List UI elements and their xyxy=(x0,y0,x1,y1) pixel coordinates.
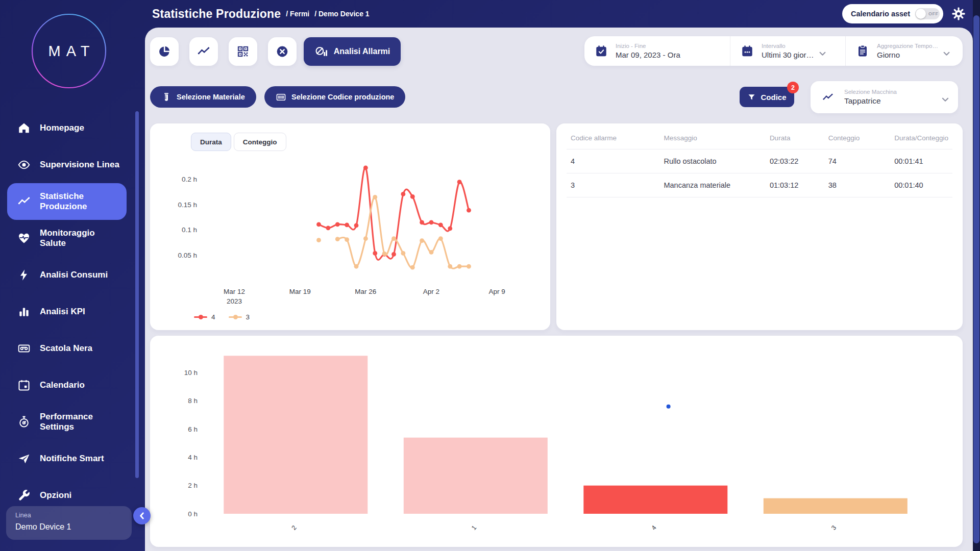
control-aggregazione-tempo[interactable]: Aggregazione Tempo…Giorno xyxy=(845,36,963,66)
breadcrumb-device: / Demo Device 1 xyxy=(314,10,369,18)
date-controls-card: Inizio - FineMar 09, 2023 - OraIntervall… xyxy=(584,36,963,66)
alarm-table: Codice allarmeMessaggioDurataConteggioDu… xyxy=(567,123,952,197)
table-cell: 3 xyxy=(567,173,659,197)
pie-chart-button[interactable] xyxy=(150,37,179,66)
column-header[interactable]: Conteggio xyxy=(824,123,891,149)
calendar-asset-toggle-pill[interactable]: Calendario asset OFF xyxy=(842,4,943,23)
tab-conteggio[interactable]: Conteggio xyxy=(234,133,286,151)
home-icon xyxy=(17,121,31,135)
column-header[interactable]: Durata xyxy=(766,123,824,149)
column-header[interactable]: Messaggio xyxy=(659,123,765,149)
material-selection-label: Selezione Materiale xyxy=(177,93,245,101)
sidebar-item-label: Supervisione Linea xyxy=(40,160,119,170)
trend-line-icon xyxy=(17,195,31,208)
sidebar-item-supervisione-linea[interactable]: Supervisione Linea xyxy=(0,146,138,183)
sidebar-item-performance-settings[interactable]: Performance Settings xyxy=(0,404,138,440)
bar-code-4[interactable] xyxy=(583,486,727,514)
table-cell: 00:01:41 xyxy=(890,149,952,173)
line-device-name: Demo Device 1 xyxy=(15,522,122,532)
column-header[interactable]: Codice allarme xyxy=(567,123,659,149)
legend-swatch xyxy=(229,316,242,318)
production-code-selection-button[interactable]: Selezione Codice produzione xyxy=(264,86,405,108)
machine-select[interactable]: Selezione Macchina Tappatrice xyxy=(811,81,958,113)
alarm-trend-line-chart[interactable]: 0.05 h0.1 h0.15 h0.2 hMar 122023Mar 19Ma… xyxy=(150,151,538,310)
control-inizio-fine[interactable]: Inizio - FineMar 09, 2023 - Ora xyxy=(584,36,730,66)
filter-funnel-icon xyxy=(747,93,756,102)
cassette-icon xyxy=(17,342,31,355)
legend-label: 3 xyxy=(246,313,250,321)
machine-select-label: Selezione Macchina xyxy=(844,89,942,95)
tab-durata[interactable]: Durata xyxy=(191,133,231,151)
material-selection-button[interactable]: Selezione Materiale xyxy=(150,86,256,108)
stray-data-point xyxy=(667,405,671,409)
trend-line-icon xyxy=(197,45,210,58)
settings-gear-button[interactable] xyxy=(951,7,966,21)
sidebar-item-scatola-nera[interactable]: Scatola Nera xyxy=(0,330,138,367)
trend-line-button[interactable] xyxy=(189,37,218,66)
svg-text:6 h: 6 h xyxy=(188,425,198,433)
app-screen: MAT HomepageSupervisione LineaStatistich… xyxy=(0,0,980,551)
qr-code-icon xyxy=(236,45,250,58)
bar-code-2[interactable] xyxy=(224,356,368,514)
bar-code-3[interactable] xyxy=(764,498,908,514)
alarm-analysis-button[interactable]: Analisi Allarmi xyxy=(304,37,401,66)
page-title: Statistiche Produzione xyxy=(152,7,281,21)
svg-text:2: 2 xyxy=(290,524,298,531)
chevron-down-icon xyxy=(819,49,826,54)
machine-trend-icon xyxy=(822,92,834,103)
svg-text:8 h: 8 h xyxy=(188,397,198,405)
alarm-duration-bar-chart[interactable]: 0 h2 h4 h6 h8 h10 h2143 xyxy=(157,338,953,542)
bolt-icon xyxy=(17,268,31,282)
sidebar-nav: HomepageSupervisione LineaStatistiche Pr… xyxy=(0,110,138,514)
alarm-trend-card: Durata Conteggio 0.05 h0.1 h0.15 h0.2 hM… xyxy=(150,123,550,330)
code-filter-button[interactable]: Codice 2 xyxy=(740,87,794,107)
sidebar-item-calendario[interactable]: Calendario xyxy=(0,367,138,404)
sidebar-item-label: Calendario xyxy=(40,380,85,390)
control-label: Aggregazione Tempo… xyxy=(877,43,938,49)
table-row[interactable]: 3Mancanza materiale01:03:123800:01:40 xyxy=(567,173,952,197)
sidebar-item-homepage[interactable]: Homepage xyxy=(0,110,138,146)
x-circle-button[interactable] xyxy=(268,37,297,66)
sidebar-item-label: Notifiche Smart xyxy=(40,454,104,464)
sidebar-item-analisi-kpi[interactable]: Analisi KPI xyxy=(0,293,138,330)
breadcrumb-fermi: / Fermi xyxy=(286,10,309,18)
svg-text:4 h: 4 h xyxy=(188,454,198,461)
legend-item-series-3[interactable]: 3 xyxy=(229,313,250,321)
svg-text:0.1 h: 0.1 h xyxy=(182,226,197,234)
table-cell: 00:01:40 xyxy=(890,173,952,197)
sidebar-item-monitoraggio-salute[interactable]: Monitoraggio Salute xyxy=(0,220,138,257)
bar-chart-icon xyxy=(17,305,31,318)
sidebar-item-label: Homepage xyxy=(40,123,84,133)
qr-code-button[interactable] xyxy=(229,37,257,66)
alarm-table-card: Codice allarmeMessaggioDurataConteggioDu… xyxy=(556,123,963,330)
sidebar-scrollbar[interactable] xyxy=(135,111,139,478)
header: Statistiche Produzione / Fermi / Demo De… xyxy=(138,0,973,28)
sidebar: MAT HomepageSupervisione LineaStatistich… xyxy=(0,0,138,551)
calendar-icon xyxy=(17,379,31,392)
svg-text:0.2 h: 0.2 h xyxy=(182,176,197,183)
sidebar-item-statistiche-produzione[interactable]: Statistiche Produzione xyxy=(7,183,127,220)
table-row[interactable]: 4Rullo ostacolato02:03:227400:01:41 xyxy=(567,149,952,173)
alarm-analysis-icon xyxy=(314,45,328,58)
legend-label: 4 xyxy=(211,313,215,321)
calendar-asset-switch[interactable]: OFF xyxy=(915,8,940,19)
line-selector-card[interactable]: Linea Demo Device 1 xyxy=(6,506,132,540)
svg-text:Mar 12: Mar 12 xyxy=(224,288,245,295)
sidebar-item-analisi-consumi[interactable]: Analisi Consumi xyxy=(0,257,138,293)
page-scrollbar-thumb[interactable] xyxy=(973,15,979,543)
legend-item-series-4[interactable]: 4 xyxy=(194,313,215,321)
sidebar-collapse-button[interactable] xyxy=(133,507,151,524)
line-label: Linea xyxy=(15,512,122,519)
calendar-asset-label: Calendario asset xyxy=(851,10,910,18)
material-icon xyxy=(161,92,172,102)
bar-code-1[interactable] xyxy=(404,438,548,514)
control-value: Ultimi 30 gior… xyxy=(762,51,814,59)
alarm-duration-bar-card: 0 h2 h4 h6 h8 h10 h2143 xyxy=(150,336,963,547)
sidebar-item-notifiche-smart[interactable]: Notifiche Smart xyxy=(0,440,138,477)
chevron-down-icon xyxy=(942,95,949,99)
column-header[interactable]: Durata/Conteggio xyxy=(890,123,952,149)
control-intervallo[interactable]: IntervalloUltimi 30 gior… xyxy=(730,36,845,66)
heart-pulse-icon xyxy=(17,232,31,245)
svg-text:Apr 2: Apr 2 xyxy=(423,288,439,295)
toggle-knob xyxy=(916,9,926,19)
